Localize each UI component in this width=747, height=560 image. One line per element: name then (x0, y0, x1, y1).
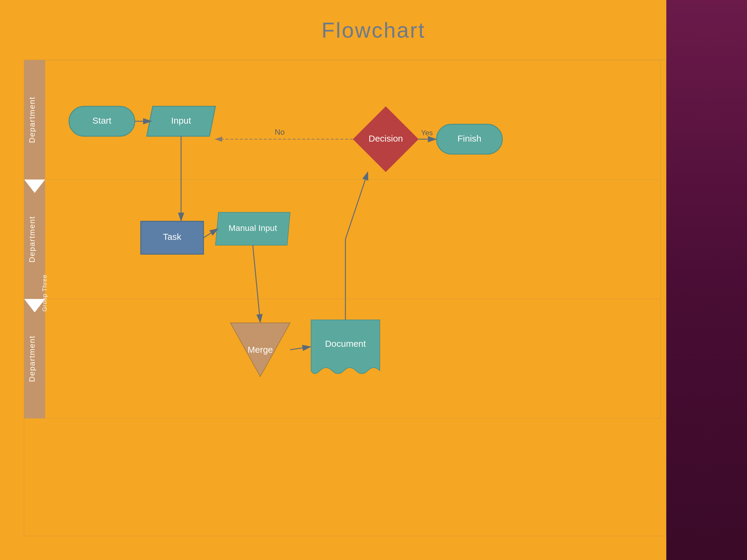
svg-text:Department: Department (27, 336, 36, 382)
svg-text:No: No (275, 128, 284, 136)
svg-line-36 (204, 229, 218, 238)
svg-text:Department: Department (27, 216, 36, 263)
svg-text:Finish: Finish (458, 134, 481, 143)
svg-text:Input: Input (171, 115, 191, 126)
svg-text:Document: Document (325, 339, 366, 349)
svg-text:Group Three: Group Three (41, 274, 48, 312)
svg-line-38 (290, 347, 310, 350)
flowchart-svg: Department Department Department Group T… (24, 60, 666, 536)
svg-line-37 (253, 245, 260, 322)
svg-text:Yes: Yes (421, 129, 433, 137)
svg-text:Task: Task (163, 232, 182, 242)
right-panel (666, 0, 747, 560)
svg-line-40 (345, 172, 368, 239)
svg-text:Manual Input: Manual Input (229, 223, 277, 233)
flowchart-container: Department Department Department Group T… (24, 60, 666, 536)
svg-text:Department: Department (27, 97, 36, 143)
svg-text:Merge: Merge (248, 345, 273, 354)
svg-text:Decision: Decision (368, 134, 403, 143)
svg-text:Start: Start (92, 115, 111, 126)
page-title: Flowchart (0, 0, 747, 43)
